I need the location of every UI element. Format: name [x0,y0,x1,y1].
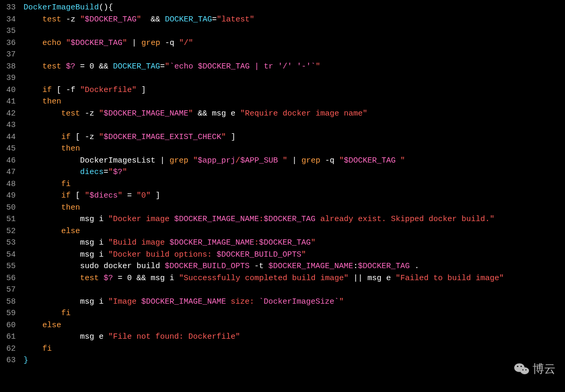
code-line: 35 [0,26,565,38]
code-line: 46 DockerImagesList | grep "$app_prj/$AP… [0,155,565,167]
line-code [19,120,565,132]
line-number: 61 [0,331,19,343]
line-code: diecs="$?" [19,167,565,179]
line-number: 52 [0,226,19,238]
line-number: 37 [0,49,19,61]
line-number: 40 [0,85,19,97]
line-number: 39 [0,73,19,85]
line-number: 44 [0,132,19,144]
code-line: 36 echo "$DOCKER_TAG" | grep -q "/" [0,38,565,50]
line-code: test -z "$DOCKER_TAG" && DOCKER_TAG="lat… [19,14,565,26]
line-code: msg e "File not found: Dockerfile" [19,331,565,343]
line-code: echo "$DOCKER_TAG" | grep -q "/" [19,38,565,50]
code-line: 61 msg e "File not found: Dockerfile" [0,331,565,343]
line-code [19,284,565,296]
line-code: then [19,96,565,108]
line-code: else [19,226,565,238]
line-code: fi [19,308,565,320]
code-line: 60 else [0,320,565,332]
line-code: if [ -f "Dockerfile" ] [19,85,565,97]
line-code: DockerImagesList | grep "$app_prj/$APP_S… [19,155,565,167]
line-code: } [19,355,565,367]
line-number: 35 [0,26,19,38]
code-line: 49 if [ "$diecs" = "0" ] [0,190,565,202]
svg-point-3 [521,365,522,367]
line-code: then [19,143,565,155]
code-line: 33 DockerImageBuild(){ [0,2,565,14]
code-line: 37 [0,49,565,61]
line-code: fi [19,179,565,191]
line-number: 45 [0,143,19,155]
code-line: 55 sudo docker build $DOCKER_BUILD_OPTS … [0,261,565,273]
line-code: msg i "Docker build options: $DOCKER_BUI… [19,249,565,261]
line-code: msg i "Image $DOCKER_IMAGE_NAME size: `D… [19,296,565,308]
line-code [19,49,565,61]
line-code: test -z "$DOCKER_IMAGE_NAME" && msg e "R… [19,108,565,120]
line-code: DockerImageBuild(){ [19,2,565,14]
code-line: 59 fi [0,308,565,320]
line-number: 42 [0,108,19,120]
svg-point-4 [522,369,523,370]
line-number: 55 [0,261,19,273]
svg-point-2 [517,365,518,367]
code-line: 48 fi [0,179,565,191]
code-line: 58 msg i "Image $DOCKER_IMAGE_NAME size:… [0,296,565,308]
line-number: 38 [0,61,19,73]
line-number: 60 [0,320,19,332]
watermark: 博云 [514,360,556,377]
line-code: if [ -z "$DOCKER_IMAGE_EXIST_CHECK" ] [19,132,565,144]
line-number: 49 [0,190,19,202]
code-line: 42 test -z "$DOCKER_IMAGE_NAME" && msg e… [0,108,565,120]
code-line: 63 } [0,355,565,367]
code-line: 62 fi [0,343,565,355]
line-code: fi [19,343,565,355]
line-code [19,26,565,38]
code-line: 38 test $? = 0 && DOCKER_TAG="`echo $DOC… [0,61,565,73]
line-number: 34 [0,14,19,26]
code-line: 45 then [0,143,565,155]
line-code: sudo docker build $DOCKER_BUILD_OPTS -t … [19,261,565,273]
line-number: 58 [0,296,19,308]
line-number: 46 [0,155,19,167]
line-number: 51 [0,214,19,226]
line-code: msg i "Build image $DOCKER_IMAGE_NAME:$D… [19,237,565,249]
code-line: 54 msg i "Docker build options: $DOCKER_… [0,249,565,261]
code-line: 41 then [0,96,565,108]
code-line: 57 [0,284,565,296]
line-number: 33 [0,2,19,14]
line-code: msg i "Docker image $DOCKER_IMAGE_NAME:$… [19,214,565,226]
line-number: 50 [0,202,19,214]
line-number: 59 [0,308,19,320]
line-number: 57 [0,284,19,296]
code-line: 40 if [ -f "Dockerfile" ] [0,85,565,97]
code-line: 34 test -z "$DOCKER_TAG" && DOCKER_TAG="… [0,14,565,26]
code-line: 43 [0,120,565,132]
code-line: 51 msg i "Docker image $DOCKER_IMAGE_NAM… [0,214,565,226]
line-number: 54 [0,249,19,261]
line-number: 63 [0,355,19,367]
line-number: 53 [0,237,19,249]
line-number: 43 [0,120,19,132]
line-number: 48 [0,179,19,191]
svg-point-5 [525,369,526,370]
line-number: 36 [0,38,19,50]
line-number: 56 [0,273,19,285]
watermark-text: 博云 [533,360,556,377]
line-code: test $? = 0 && DOCKER_TAG="`echo $DOCKER… [19,61,565,73]
code-line: 39 [0,73,565,85]
code-block: 33 DockerImageBuild(){34 test -z "$DOCKE… [0,0,565,369]
code-line: 56 test $? = 0 && msg i "Successfully co… [0,273,565,285]
wechat-icon [514,362,529,376]
code-line: 52 else [0,226,565,238]
line-number: 47 [0,167,19,179]
line-code: test $? = 0 && msg i "Successfully compl… [19,273,565,285]
code-line: 50 then [0,202,565,214]
line-code: if [ "$diecs" = "0" ] [19,190,565,202]
code-line: 44 if [ -z "$DOCKER_IMAGE_EXIST_CHECK" ] [0,132,565,144]
line-code [19,73,565,85]
svg-point-1 [521,367,529,374]
line-code: then [19,202,565,214]
code-line: 53 msg i "Build image $DOCKER_IMAGE_NAME… [0,237,565,249]
line-number: 41 [0,96,19,108]
line-number: 62 [0,343,19,355]
